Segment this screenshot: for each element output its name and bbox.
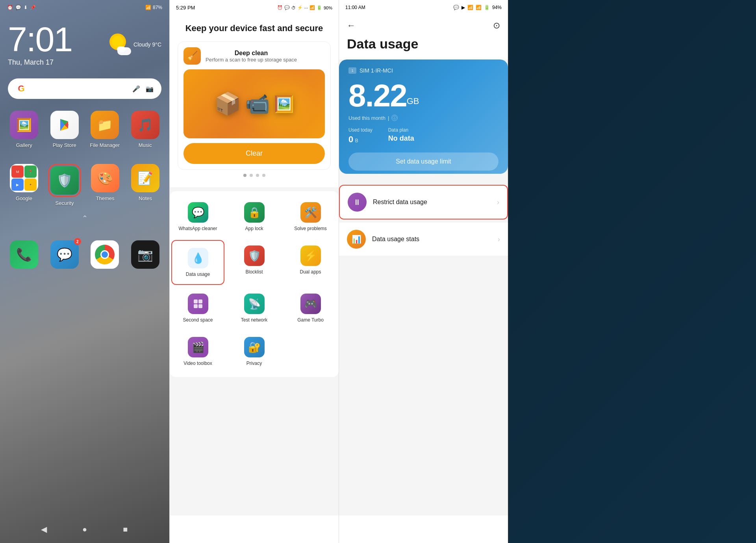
sec-home-btn[interactable]: ●	[248, 523, 260, 535]
app-filemanager[interactable]: 📁 File Manager	[89, 111, 121, 148]
du-back-button[interactable]: ←	[347, 20, 356, 31]
notes-label: Notes	[139, 195, 152, 201]
grid-whatsapp[interactable]: 💬 WhatsApp cleaner	[170, 195, 226, 238]
filemanager-label: File Manager	[90, 142, 120, 148]
sec-recents-btn[interactable]: ■	[289, 523, 301, 535]
google-icon: M 📍 ▶ +	[10, 164, 38, 192]
sec-status-bar: 5:29 PM ⏰ 💬 ⏱ ⚡ ··· 📶 🔋 90%	[170, 0, 339, 15]
dualapps-label: Dual apps	[300, 269, 321, 275]
back-btn[interactable]: ◀	[38, 523, 50, 535]
home-status-bar: ⏰ 💬 ⬇ 📌 📶 87%	[0, 0, 169, 10]
dock-chrome[interactable]	[89, 240, 121, 269]
grid-datausage[interactable]: 💧 Data usage	[171, 240, 224, 285]
grid-gameturbo[interactable]: 🎮 Game Turbo	[282, 286, 339, 330]
privacy-icon: 🔐	[244, 337, 265, 357]
swipe-indicator: ⌃	[0, 214, 169, 223]
datausage-icon: 💧	[188, 248, 208, 268]
home-search-bar[interactable]: G 🎤 📷	[8, 78, 161, 99]
app-notes[interactable]: 📝 Notes	[129, 164, 161, 206]
du-play-icon: ▶	[461, 5, 465, 10]
deepclean-text: Deep clean Perform a scan to free up sto…	[206, 50, 297, 63]
dock-phone[interactable]: 📞	[8, 240, 41, 269]
du-used-text: Used this month	[348, 115, 385, 121]
du-separator: |	[388, 115, 389, 121]
app-security[interactable]: 🛡️ Security	[48, 164, 81, 206]
themes-icon: 🎨	[91, 164, 119, 192]
home-btn[interactable]: ●	[79, 523, 91, 535]
app-google[interactable]: M 📍 ▶ + Google	[8, 164, 40, 206]
dot-4	[262, 174, 265, 177]
stats-icon: 📊	[347, 230, 366, 249]
grid-dualapps[interactable]: ⚡ Dual apps	[282, 238, 339, 286]
du-stats-item[interactable]: 📊 Data usage stats ›	[339, 223, 508, 256]
sec-back-btn[interactable]: ◀	[208, 523, 220, 535]
mic-icon[interactable]: 🎤	[132, 85, 140, 93]
grid-blocklist[interactable]: 🛡️ Blocklist	[226, 238, 282, 286]
whatsapp-icon: 💬	[188, 202, 208, 223]
du-whatsapp-icon: 💬	[453, 5, 459, 10]
du-status-bar: 11:00 AM 💬 ▶ 📶 📶 🔋 94%	[339, 0, 508, 15]
cloud-top	[117, 46, 126, 52]
sec-clock-icon: ⏱	[291, 6, 296, 10]
du-sim-name: SIM 1·IR-MCI	[359, 67, 393, 74]
app-themes[interactable]: 🎨 Themes	[89, 164, 121, 206]
chrome-logo	[95, 245, 115, 264]
gplay-mini: +	[24, 179, 37, 191]
du-amount-display: 8.22GB	[348, 80, 498, 112]
app-gallery[interactable]: 🖼️ Gallery	[8, 111, 41, 148]
app-music[interactable]: 🎵 Music	[129, 111, 162, 148]
dock-camera[interactable]: 📷	[129, 240, 162, 269]
grid-testnetwork[interactable]: 📡 Test network	[226, 286, 282, 330]
sec-vpn-icon: ⚡	[297, 5, 303, 10]
home-date: Thu, March 17	[8, 58, 161, 67]
sec-alarm-icon: ⏰	[277, 5, 283, 10]
sec-hero: Keep your device fast and secure 🧹 Deep …	[170, 15, 339, 187]
recents-btn[interactable]: ■	[119, 523, 131, 535]
du-home-nav-btn[interactable]: ●	[418, 523, 430, 535]
du-today-value: 0	[348, 134, 353, 144]
grid-privacy[interactable]: 🔐 Privacy	[226, 330, 282, 373]
sec-time: 5:29 PM	[176, 5, 195, 11]
playstore-icon	[50, 111, 79, 139]
clear-button[interactable]: Clear	[183, 143, 325, 164]
du-restrict-text: Restrict data usage	[373, 199, 497, 206]
floating-icon-2: 📹	[245, 93, 270, 115]
grid-videotoolbox[interactable]: 🎬 Video toolbox	[170, 330, 226, 373]
vpn-icon: ⬇	[24, 5, 28, 10]
dock-messages[interactable]: 💬 2	[48, 240, 81, 269]
floating-icon-3: 🖼️	[274, 94, 294, 113]
pinterest-icon: 📌	[30, 5, 36, 10]
app-playstore[interactable]: Play Store	[48, 111, 81, 148]
lens-icon[interactable]: 📷	[146, 85, 154, 93]
du-stats-text: Data usage stats	[372, 236, 498, 243]
stats-chevron-icon: ›	[498, 235, 500, 244]
deepclean-icon: 🧹	[183, 47, 201, 65]
home-status-right: 📶 87%	[145, 5, 162, 10]
floating-icon-1: 📦	[214, 91, 241, 117]
du-restrict-item[interactable]: ⏸ Restrict data usage ›	[339, 185, 508, 219]
grid-empty	[282, 330, 339, 373]
du-data-plan-label: Data plan	[388, 127, 414, 133]
messages-badge: 2	[74, 238, 81, 245]
info-icon[interactable]: ⓘ	[391, 115, 398, 121]
security-icon: 🛡️	[50, 166, 79, 195]
du-limit-button[interactable]: Set data usage limit	[348, 152, 498, 171]
du-time: 11:00 AM	[345, 5, 365, 10]
du-settings-button[interactable]: ⊙	[493, 20, 500, 31]
du-back-nav-btn[interactable]: ◀	[377, 523, 389, 535]
sec-battery-icon: 🔋	[317, 5, 322, 10]
message-icon: 💬	[15, 5, 21, 10]
sec-hero-title: Keep your device fast and secure	[178, 23, 331, 33]
weather-text: Cloudy 9°C	[133, 41, 161, 48]
restrict-icon: ⏸	[348, 193, 367, 212]
sec-dots	[178, 174, 331, 177]
du-recents-nav-btn[interactable]: ■	[458, 523, 470, 535]
messages-icon: 💬 2	[50, 240, 79, 269]
grid-solve[interactable]: 🛠️ Solve problems	[282, 195, 339, 238]
grid-secondspace[interactable]: Second space	[170, 286, 226, 330]
sec-msg-icon: 💬	[284, 5, 290, 10]
grid-applock[interactable]: 🔒 App lock	[226, 195, 282, 238]
app-grid-row2: M 📍 ▶ + Google 🛡️ Security 🎨 Themes 📝 No…	[0, 152, 169, 206]
home-screen: ⏰ 💬 ⬇ 📌 📶 87% 7:01 Thu, March 17 Cloudy …	[0, 0, 169, 543]
alarm-icon: ⏰	[7, 5, 13, 10]
